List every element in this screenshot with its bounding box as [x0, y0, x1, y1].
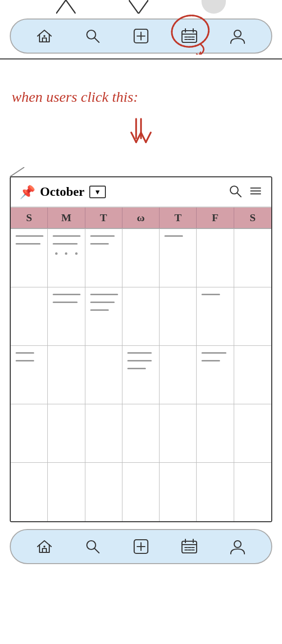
svg-line-1 [66, 0, 76, 14]
table-row[interactable] [85, 463, 122, 521]
table-row[interactable] [48, 287, 85, 346]
table-row[interactable] [11, 463, 48, 521]
svg-line-29 [10, 167, 24, 177]
table-row[interactable] [160, 229, 197, 287]
svg-line-28 [146, 133, 151, 142]
table-row[interactable] [85, 287, 122, 346]
day-header-sat: S [234, 208, 271, 228]
top-nav-bar [10, 19, 272, 54]
table-row[interactable] [85, 229, 122, 287]
table-row[interactable] [234, 287, 271, 346]
svg-line-38 [95, 549, 99, 553]
calendar-container: 📌 October ▼ S M T ω T [10, 176, 272, 522]
svg-line-0 [56, 0, 66, 14]
deco-slash [10, 167, 24, 179]
svg-point-22 [234, 30, 241, 37]
table-row[interactable] [234, 404, 271, 463]
calendar-bottom-icon[interactable] [179, 536, 200, 557]
day-header-wed: ω [122, 208, 160, 228]
table-row[interactable] [234, 463, 271, 521]
table-row[interactable] [48, 229, 85, 287]
search-bottom-icon[interactable] [82, 536, 103, 557]
day-header-sun: S [11, 208, 48, 228]
day-header-thu: T [160, 208, 197, 228]
svg-point-52 [234, 541, 241, 548]
table-row[interactable] [197, 463, 234, 521]
day-headers-row: S M T ω T F S [11, 208, 271, 229]
table-row[interactable] [160, 287, 197, 346]
day-header-tue: T [85, 208, 122, 228]
table-row[interactable] [85, 404, 122, 463]
svg-rect-35 [42, 549, 46, 552]
svg-line-2 [129, 0, 139, 14]
top-nav-wrapper [0, 14, 282, 59]
table-row[interactable] [11, 346, 48, 404]
calendar-header-right [228, 184, 262, 200]
svg-line-3 [139, 0, 148, 14]
calendar-nav-icon[interactable] [179, 25, 200, 47]
home-nav-icon[interactable] [34, 25, 55, 47]
table-row[interactable] [122, 346, 160, 404]
table-row[interactable] [122, 287, 160, 346]
annotation-arrow [130, 118, 152, 147]
search-nav-icon[interactable] [82, 25, 103, 47]
svg-rect-4 [42, 38, 46, 42]
table-row[interactable] [197, 287, 234, 346]
table-row[interactable] [48, 404, 85, 463]
calendar-header: 📌 October ▼ [11, 177, 271, 208]
svg-line-31 [237, 193, 241, 197]
clip-deco-left [56, 0, 76, 14]
table-row[interactable] [85, 346, 122, 404]
profile-bottom-icon[interactable] [227, 536, 248, 557]
bottom-nav-wrapper [0, 522, 282, 574]
table-row[interactable] [160, 346, 197, 404]
table-row[interactable] [197, 346, 234, 404]
table-row[interactable] [197, 404, 234, 463]
svg-point-5 [43, 35, 45, 37]
calendar-header-left: 📌 October ▼ [20, 185, 106, 200]
table-row[interactable] [160, 463, 197, 521]
month-dropdown-button[interactable]: ▼ [89, 186, 106, 198]
table-row[interactable] [122, 229, 160, 287]
annotation-area: when users click this: [0, 89, 282, 176]
menu-cal-icon[interactable] [249, 184, 262, 200]
svg-point-36 [43, 546, 45, 548]
home-bottom-icon[interactable] [34, 536, 55, 557]
day-header-mon: M [48, 208, 85, 228]
add-bottom-icon[interactable] [130, 536, 152, 557]
clip-deco-right [129, 0, 148, 14]
table-row[interactable] [234, 229, 271, 287]
table-row[interactable] [122, 404, 160, 463]
table-row[interactable] [48, 346, 85, 404]
svg-line-7 [95, 38, 99, 42]
table-row[interactable] [197, 229, 234, 287]
table-row[interactable] [48, 463, 85, 521]
table-row[interactable] [160, 404, 197, 463]
top-clip-area [0, 0, 282, 14]
search-cal-icon[interactable] [228, 184, 242, 200]
table-row[interactable] [11, 229, 48, 287]
top-right-shape [201, 0, 226, 14]
table-row[interactable] [11, 287, 48, 346]
profile-nav-icon[interactable] [227, 25, 248, 47]
calendar-grid [11, 229, 271, 521]
annotation-text: when users click this: [12, 89, 138, 105]
table-row[interactable] [11, 404, 48, 463]
table-row[interactable] [234, 346, 271, 404]
pushpin-icon: 📌 [20, 185, 35, 200]
table-row[interactable] [122, 463, 160, 521]
add-nav-icon[interactable] [130, 25, 152, 47]
day-header-fri: F [197, 208, 234, 228]
calendar-month: October [40, 185, 84, 199]
bottom-nav-bar [10, 529, 272, 564]
